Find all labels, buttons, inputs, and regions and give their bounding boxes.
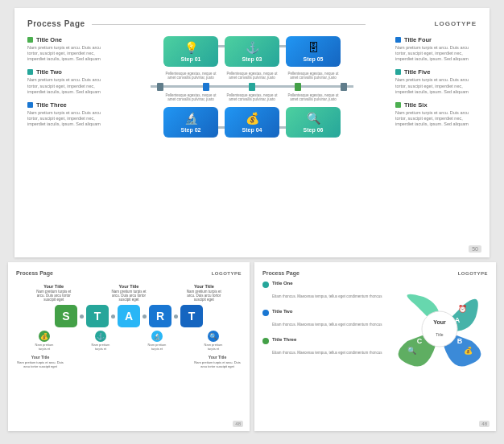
dot-title-six xyxy=(395,102,401,108)
main-logotype: LOGOTYPE xyxy=(435,20,477,27)
label-four-heading: Title Four xyxy=(404,36,432,43)
svg-text:C: C xyxy=(417,337,423,345)
label-six-heading: Title Six xyxy=(404,101,428,109)
svg-text:🔍: 🔍 xyxy=(407,346,417,356)
conn-right xyxy=(347,85,353,88)
process-diagram: 💡 Step 01 Pellentesque egestas, neque ut… xyxy=(112,36,392,138)
step-02-sub-top: Pellentesque egestas, neque ut amet conv… xyxy=(163,93,218,102)
label-three-heading: Title Three xyxy=(36,101,67,109)
start-icon-lbl-3: Nam pretiumturpis et xyxy=(148,343,167,352)
bottom-slides: Process Page LOGOTYPE Your Title Nam pre… xyxy=(8,262,496,431)
start-bottom-lbl-1: Your Title Nam pretium turpis et arcu. D… xyxy=(16,355,64,368)
main-slide-title: Process Page xyxy=(27,19,366,28)
step-01-card: 💡 Step 01 xyxy=(163,36,218,67)
right-dot-3 xyxy=(262,338,269,344)
right-text-3: Title Three Etiam rhoncus. Maecenas temp… xyxy=(272,337,382,357)
sq-2 xyxy=(203,83,209,91)
label-title-four: Title Four Nam pretium turpis et arcu. D… xyxy=(395,36,477,62)
dot-title-two xyxy=(27,69,33,75)
dot-1 xyxy=(80,314,84,319)
start-letters-row: S T A R T xyxy=(16,305,242,327)
steps-bottom-row: Pellentesque egestas, neque ut amet conv… xyxy=(163,93,341,138)
start-icon-circle-2: ⚓ xyxy=(95,331,106,342)
step-02-card: 🔬 Step 02 xyxy=(163,107,218,138)
step-02-container: Pellentesque egestas, neque ut amet conv… xyxy=(163,93,218,138)
step-03-sub: Pellentesque egestas, neque ut amet conv… xyxy=(225,72,279,80)
bottom-left-slide: Process Page LOGOTYPE Your Title Nam pre… xyxy=(8,262,250,431)
step-03-container: ⚓ Step 03 Pellentesque egestas, neque ut… xyxy=(225,36,279,80)
right-list: Title One Etiam rhoncus. Maecenas tempus… xyxy=(262,281,386,365)
label-two-text: Nam pretium turpis et arcu. Duis arcu to… xyxy=(27,77,109,94)
conn-mid1 xyxy=(163,85,203,88)
conn-left xyxy=(151,85,157,88)
sq-3 xyxy=(249,83,255,91)
letter-T1: T xyxy=(86,305,109,327)
connector-b1 xyxy=(218,126,225,129)
bottom-right-header: Process Page LOGOTYPE xyxy=(262,270,488,276)
svg-text:B: B xyxy=(457,337,463,345)
label-one-heading: Title One xyxy=(36,36,62,43)
bottom-left-logotype: LOGOTYPE xyxy=(212,271,242,276)
sq-1 xyxy=(157,83,163,91)
sq-4 xyxy=(295,83,301,91)
step-06-container: Pellentesque egestas, neque ut amet conv… xyxy=(286,93,341,138)
label-six-text: Nam pretium turpis et arcu. Duis arcu to… xyxy=(395,110,477,127)
start-icon-circle-4: 🔍 xyxy=(208,331,219,342)
dot-title-one xyxy=(27,37,33,43)
dot-title-four xyxy=(395,37,401,43)
start-icon-4: 🔍 Nam pretiumturpis et xyxy=(197,331,229,352)
bottom-right-slide: Process Page LOGOTYPE Title One Etiam rh… xyxy=(254,262,496,431)
connector-h2 xyxy=(279,45,286,47)
connector-bar xyxy=(151,80,353,93)
step-01-label: Step 01 xyxy=(181,56,201,62)
step-05-card: 🗄 Step 05 xyxy=(286,36,341,67)
label-three-text: Nam pretium turpis et arcu. Duis arcu to… xyxy=(27,110,109,127)
step-04-card: 💰 Step 04 xyxy=(225,107,279,138)
slide-header: Process Page LOGOTYPE xyxy=(27,19,477,28)
step-06-card: 🔍 Step 06 xyxy=(286,107,341,138)
step-03-icon: ⚓ xyxy=(246,41,259,54)
start-top-lbl-3: Your Title Nam pretium turpis et arcu. D… xyxy=(184,284,224,302)
start-top-lbl-1: Your Title Nam pretium turpis et arcu. D… xyxy=(34,284,74,302)
label-title-one: Title One Nam pretium turpis et arcu. Du… xyxy=(27,36,109,62)
letter-T2: T xyxy=(180,305,203,327)
bottom-right-logotype: LOGOTYPE xyxy=(458,271,488,276)
bottom-left-header: Process Page LOGOTYPE xyxy=(16,270,242,276)
main-slide: Process Page LOGOTYPE Title One Nam pret… xyxy=(14,8,490,257)
label-title-two: Title Two Nam pretium turpis et arcu. Du… xyxy=(27,68,109,94)
step-04-container: Pellentesque egestas, neque ut amet conv… xyxy=(225,93,279,138)
step-04-icon: 💰 xyxy=(246,112,259,125)
letter-S: S xyxy=(55,305,77,327)
label-four-text: Nam pretium turpis et arcu. Duis arcu to… xyxy=(395,45,477,62)
left-labels: Title One Nam pretium turpis et arcu. Du… xyxy=(27,36,112,134)
step-06-icon: 🔍 xyxy=(307,112,320,125)
start-icon-lbl-1: Nam pretiumturpis et xyxy=(35,343,54,352)
step-04-label: Step 04 xyxy=(242,127,262,133)
right-text-1: Title One Etiam rhoncus. Maecenas tempus… xyxy=(272,281,382,301)
main-content: Title One Nam pretium turpis et arcu. Du… xyxy=(27,36,477,138)
steps-top-row: 💡 Step 01 Pellentesque egestas, neque ut… xyxy=(163,36,341,80)
letter-A: A xyxy=(118,305,140,327)
start-bottom-labels: Your Title Nam pretium turpis et arcu. D… xyxy=(16,355,242,368)
step-01-container: 💡 Step 01 Pellentesque egestas, neque ut… xyxy=(163,36,218,80)
start-bottom-lbl-2: Your Title Nam pretium turpis et arcu. D… xyxy=(193,355,242,368)
conn-mid3 xyxy=(255,85,295,88)
leaf-diagram: ⏰ 💰 🔍 A B C Your Title xyxy=(391,281,488,377)
step-03-label: Step 03 xyxy=(242,56,262,62)
start-icon-lbl-4: Nam pretiumturpis et xyxy=(204,343,223,352)
start-icon-2: ⚓ Nam pretiumturpis et xyxy=(85,331,117,352)
start-top-lbl-2: Your Title Nam pretium turpis et arcu. D… xyxy=(109,284,149,302)
connector-b2 xyxy=(279,126,286,129)
conn-mid2 xyxy=(209,85,249,88)
start-icon-3: 🔬 Nam pretiumturpis et xyxy=(141,331,173,352)
label-title-six: Title Six Nam pretium turpis et arcu. Du… xyxy=(395,101,477,127)
step-05-container: 🗄 Step 05 Pellentesque egestas, neque ut… xyxy=(286,36,341,80)
bottom-left-title: Process Page xyxy=(16,270,53,276)
step-01-icon: 💡 xyxy=(184,41,198,54)
label-one-text: Nam pretium turpis et arcu. Duis arcu to… xyxy=(27,45,109,62)
dot-3 xyxy=(143,314,147,319)
step-05-sub: Pellentesque egestas, neque ut amet conv… xyxy=(286,72,341,80)
right-item-3: Title Three Etiam rhoncus. Maecenas temp… xyxy=(262,337,386,357)
start-icon-1: 💰 Nam pretiumturpis et xyxy=(28,331,60,352)
step-04-sub-top: Pellentesque egestas, neque ut amet conv… xyxy=(225,93,279,102)
